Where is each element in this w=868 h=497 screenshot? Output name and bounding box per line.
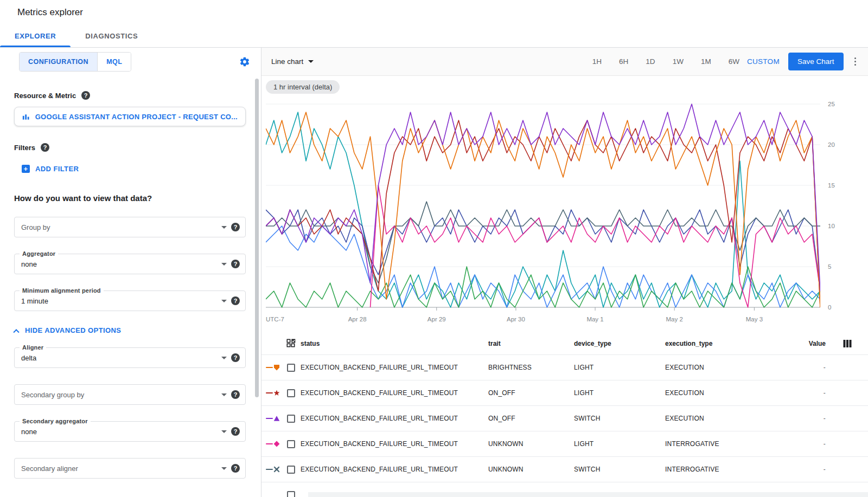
chevron-down-icon [221,226,227,229]
cell-trait: UNKNOWN [488,466,574,473]
x-tick-label: Apr 30 [507,316,525,322]
y-tick-label: 25 [828,101,835,107]
range-button-1h[interactable]: 1H [592,57,602,66]
cell-device-type: LIGHT [574,389,665,397]
row-checkbox[interactable] [287,389,295,397]
secondary-group-by-select[interactable]: Secondary group by ? [14,384,246,405]
legend-body: EXECUTION_BACKEND_FAILURE_URL_TIMEOUT BR… [261,355,868,497]
cell-value: - [794,364,838,371]
cell-device-type: SWITCH [574,466,665,473]
chart-area: 1 hr interval (delta) 0510152025 UTC-7Ap… [261,76,868,326]
time-range-group: 1H6H1D1W1M6W [592,57,739,66]
tab-diagnostics[interactable]: DIAGNOSTICS [71,24,152,47]
col-trait: trait [488,340,574,347]
col-value: Value [794,340,838,347]
configuration-mode-button[interactable]: CONFIGURATION [20,53,97,71]
chart-panel: Line chart 1H6H1D1W1M6W CUSTOM Save Char… [261,48,868,497]
help-icon[interactable]: ? [231,296,240,305]
add-filter-button[interactable]: + ADD FILTER [22,165,246,173]
bar-chart-icon [22,113,30,121]
min-alignment-period-select[interactable]: Minimum alignment period 1 minute ? [14,291,246,311]
y-tick-label: 20 [828,141,835,148]
help-icon[interactable]: ? [231,223,240,231]
columns-icon[interactable] [838,339,868,348]
legend-horizontal-scrollbar[interactable] [308,492,868,497]
chevron-down-icon [221,300,227,302]
x-tick-label: May 3 [746,316,763,322]
y-tick-label: 10 [828,223,835,229]
cell-device-type: LIGHT [574,364,665,371]
aggregator-select[interactable]: Aggregator none ? [14,254,246,274]
row-checkbox[interactable] [287,364,295,372]
range-button-6h[interactable]: 6H [619,57,628,66]
panel-scrollbar[interactable] [255,79,259,397]
secondary-aggregator-select[interactable]: Secondary aggregator none ? [14,421,246,442]
line-chart-plot[interactable]: 0510152025 [266,99,820,313]
y-tick-label: 5 [828,263,831,270]
more-options-icon[interactable] [851,55,860,68]
cell-status: EXECUTION_BACKEND_FAILURE_URL_TIMEOUT [301,364,488,371]
cell-device-type: LIGHT [574,440,665,448]
x-axis-labels: UTC-7Apr 28Apr 29Apr 30May 1May 2May 3 [266,315,820,326]
gear-icon[interactable] [239,56,250,67]
range-button-1w[interactable]: 1W [673,57,684,66]
legend-header-row: status trait device_type execution_type … [261,332,868,355]
help-icon[interactable]: ? [231,260,240,268]
legend-row: EXECUTION_BACKEND_FAILURE_URL_TIMEOUT ON… [261,380,868,406]
col-status: status [301,340,488,347]
secondary-aligner-select[interactable]: Secondary aligner ? [14,458,246,479]
chevron-down-icon [221,430,227,433]
cell-execution-type: INTERROGATIVE [665,466,794,473]
cell-status: EXECUTION_BACKEND_FAILURE_URL_TIMEOUT [301,389,488,397]
help-icon[interactable]: ? [231,353,240,362]
x-tick-label: May 2 [666,316,683,322]
mql-mode-button[interactable]: MQL [97,53,131,71]
y-tick-label: 0 [828,304,831,311]
selected-metric-chip[interactable]: GOOGLE ASSISTANT ACTION PROJECT - REQUES… [14,107,246,126]
chart-svg [266,99,820,313]
cell-value: - [794,440,838,448]
help-icon[interactable]: ? [41,143,49,152]
aligner-select[interactable]: Aligner delta ? [14,347,246,368]
chevron-down-icon [308,60,314,63]
cell-trait: BRIGHTNESS [488,364,574,371]
filters-label: Filters ? [14,143,246,152]
range-button-1m[interactable]: 1M [701,57,711,66]
chevron-down-icon [221,467,227,470]
select-all-icon[interactable] [281,339,301,348]
cell-value: - [794,466,838,473]
tab-bar: EXPLORER DIAGNOSTICS [0,24,868,48]
hide-advanced-options-link[interactable]: HIDE ADVANCED OPTIONS [14,326,246,334]
help-icon[interactable]: ? [231,464,240,473]
cell-status: EXECUTION_BACKEND_FAILURE_URL_TIMEOUT [301,466,488,473]
cell-execution-type: EXECUTION [665,415,794,422]
save-chart-button[interactable]: Save Chart [788,53,844,70]
series-line-teal [266,112,820,307]
cell-execution-type: EXECUTION [665,364,794,371]
cell-device-type: SWITCH [574,415,665,422]
row-checkbox[interactable] [287,415,295,423]
tab-explorer[interactable]: EXPLORER [0,24,71,47]
x-tick-label: Apr 29 [427,316,446,322]
help-icon[interactable]: ? [81,91,90,100]
configuration-panel: CONFIGURATION MQL Resource & Metric ? GO… [0,48,261,497]
star-marker-icon [261,390,281,396]
help-icon[interactable]: ? [231,427,240,436]
cell-execution-type: EXECUTION [665,389,794,397]
help-icon[interactable]: ? [231,390,240,399]
range-button-1d[interactable]: 1D [646,57,655,66]
page-header: Metrics explorer [0,0,868,24]
cell-trait: ON_OFF [488,389,574,397]
chevron-down-icon [221,263,227,266]
custom-range-button[interactable]: CUSTOM [747,57,780,66]
diamond-marker-icon [261,441,281,447]
x-tick-label: Apr 28 [348,316,367,322]
row-checkbox[interactable] [287,491,295,497]
row-checkbox[interactable] [287,466,295,474]
row-checkbox[interactable] [287,440,295,448]
triangle-marker-icon [261,415,281,422]
group-by-select[interactable]: Group by ? [14,217,246,237]
cell-value: - [794,415,838,422]
range-button-6w[interactable]: 6W [729,57,739,66]
chart-type-select[interactable]: Line chart [271,57,314,66]
